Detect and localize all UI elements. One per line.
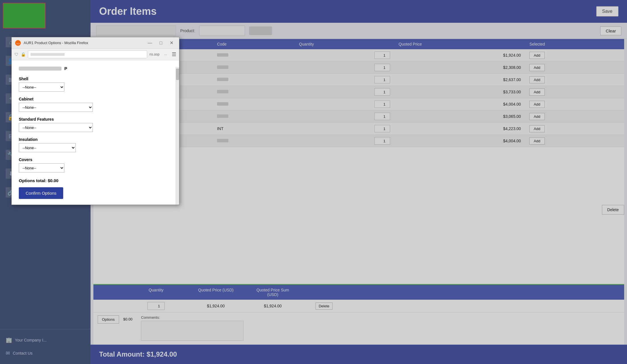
standard-features-label: Standard Features <box>19 117 172 122</box>
standard-features-select[interactable]: --None-- <box>19 123 93 132</box>
firefox-favicon-icon: 🦊 <box>15 40 21 46</box>
shell-select[interactable]: --None-- <box>19 83 64 92</box>
shield-icon: 🛡 <box>15 52 19 57</box>
covers-select[interactable]: --None-- <box>19 163 64 172</box>
firefox-more-button[interactable]: ··· <box>162 52 169 57</box>
firefox-window: 🦊 AUR1 Product Options - Mozilla Firefox… <box>11 37 179 205</box>
confirm-options-button[interactable]: Confirm Options <box>19 187 63 199</box>
url-input[interactable] <box>28 50 147 58</box>
cabinet-label: Cabinet <box>19 97 172 101</box>
cabinet-field-group: Cabinet --None-- <box>19 97 172 112</box>
product-badge: P <box>64 66 67 71</box>
firefox-window-title: AUR1 Product Options - Mozilla Firefox <box>24 41 142 45</box>
cabinet-select[interactable]: --None-- <box>19 103 93 112</box>
shell-field-group: Shell --None-- <box>19 77 172 92</box>
firefox-content: P Shell --None-- Cabinet --None-- Standa… <box>12 60 179 205</box>
firefox-close-button[interactable]: ✕ <box>167 40 176 46</box>
insulation-label: Insulation <box>19 137 172 142</box>
firefox-addressbar: 🛡 🔒 ns.asp ··· ☰ <box>12 49 179 60</box>
insulation-select[interactable]: --None-- <box>19 143 76 152</box>
firefox-menu-button[interactable]: ☰ <box>172 51 176 57</box>
modal-overlay: 🦊 AUR1 Product Options - Mozilla Firefox… <box>0 0 627 364</box>
covers-label: Covers <box>19 157 172 162</box>
insulation-field-group: Insulation --None-- <box>19 137 172 152</box>
covers-field-group: Covers --None-- <box>19 157 172 172</box>
lock-icon-ff: 🔒 <box>21 52 26 57</box>
product-header: P <box>19 66 172 71</box>
url-suffix: ns.asp <box>149 52 159 56</box>
options-total: Options total: $0.00 <box>19 178 172 183</box>
firefox-minimize-button[interactable]: — <box>145 40 154 46</box>
scrollbar-thumb <box>176 69 179 80</box>
standard-features-field-group: Standard Features --None-- <box>19 117 172 132</box>
product-blurred-text <box>19 67 62 71</box>
firefox-titlebar: 🦊 AUR1 Product Options - Mozilla Firefox… <box>12 37 179 49</box>
firefox-maximize-button[interactable]: □ <box>157 40 165 46</box>
shell-label: Shell <box>19 77 172 81</box>
scrollbar[interactable] <box>176 67 179 205</box>
